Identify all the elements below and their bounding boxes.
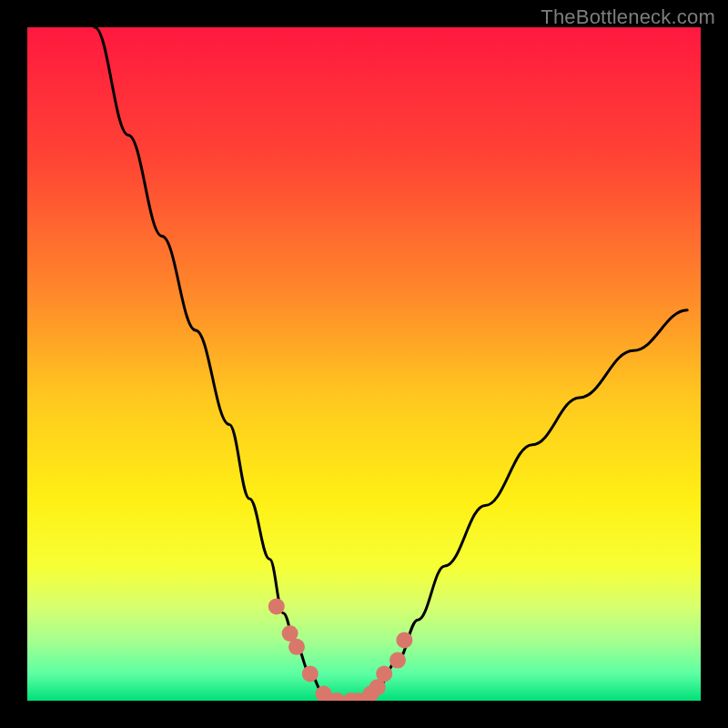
chart-frame: TheBottleneck.com	[0, 0, 728, 728]
marker-point	[288, 639, 305, 655]
marker-point	[302, 665, 318, 682]
bottleneck-chart	[27, 27, 701, 701]
marker-point	[376, 665, 392, 682]
gradient-background	[27, 27, 701, 701]
marker-point	[389, 652, 406, 669]
marker-point	[396, 632, 412, 648]
marker-point	[268, 598, 285, 614]
watermark-text: TheBottleneck.com	[541, 5, 715, 29]
